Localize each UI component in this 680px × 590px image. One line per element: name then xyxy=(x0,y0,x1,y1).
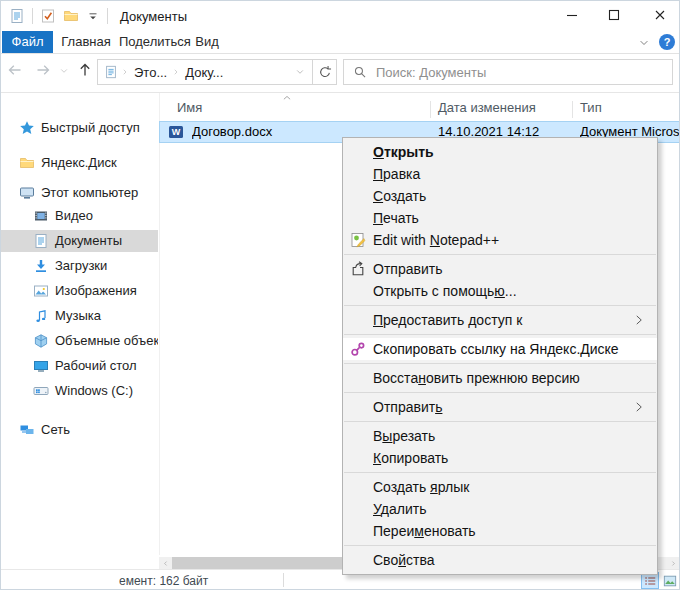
refresh-button[interactable] xyxy=(313,60,336,84)
breadcrumb-this-pc[interactable]: Это... xyxy=(132,65,169,80)
explorer-window-icon xyxy=(9,8,25,24)
up-button[interactable] xyxy=(77,62,93,78)
menu-item-open[interactable]: Открыть xyxy=(343,141,657,163)
menu-separator xyxy=(344,305,656,306)
sort-ascending-icon xyxy=(282,93,292,103)
window-title: Документы xyxy=(120,9,187,24)
titlebar-separator xyxy=(107,8,108,24)
column-header-name[interactable]: Имя xyxy=(177,100,202,115)
menu-item-edit[interactable]: Правка xyxy=(343,163,657,185)
share-icon xyxy=(343,261,373,277)
cube-icon xyxy=(33,333,49,349)
close-button[interactable] xyxy=(643,1,677,29)
context-menu: Открыть Правка Создать Печать Edit with … xyxy=(342,137,658,575)
menu-separator xyxy=(344,392,656,393)
menu-item-new[interactable]: Создать xyxy=(343,185,657,207)
notepad-plus-plus-icon xyxy=(343,232,373,248)
down-arrow-icon xyxy=(33,258,49,274)
tab-share[interactable]: Поделиться xyxy=(119,31,185,53)
sidebar-item-windows-c[interactable]: Windows (C:) xyxy=(1,380,158,402)
back-button[interactable] xyxy=(7,62,23,78)
forward-button[interactable] xyxy=(35,62,51,78)
tab-view[interactable]: Вид xyxy=(189,31,225,53)
sidebar-item-quick-access[interactable]: Быстрый доступ xyxy=(1,117,158,139)
submenu-chevron-icon xyxy=(633,314,645,326)
menu-item-copy-yandex-disk-link[interactable]: Скопировать ссылку на Яндекс.Диске xyxy=(343,338,657,360)
minimize-button[interactable] xyxy=(555,1,589,29)
menu-separator xyxy=(344,545,656,546)
menu-item-give-access-to[interactable]: Предоставить доступ к xyxy=(343,309,657,331)
column-header-type[interactable]: Тип xyxy=(580,100,602,115)
column-divider[interactable] xyxy=(572,101,573,118)
sidebar-item-network[interactable]: Сеть xyxy=(1,419,158,441)
chain-link-icon xyxy=(343,341,373,357)
word-document-icon xyxy=(168,124,188,144)
drive-icon xyxy=(33,383,49,399)
breadcrumb-chevron-icon xyxy=(169,68,183,76)
menu-item-cut[interactable]: Вырезать xyxy=(343,425,657,447)
breadcrumb-chevron-icon xyxy=(118,68,132,76)
menu-item-send-to[interactable]: Отправить xyxy=(343,396,657,418)
menu-item-restore-previous-version[interactable]: Восстановить прежнюю версию xyxy=(343,367,657,389)
address-dropdown-chevron[interactable] xyxy=(295,67,305,77)
status-divider xyxy=(283,573,284,587)
menu-item-create-shortcut[interactable]: Создать ярлык xyxy=(343,476,657,498)
menu-separator xyxy=(344,421,656,422)
sidebar-item-yandex-disk[interactable]: Яндекс.Диск xyxy=(1,152,158,174)
tab-home[interactable]: Главная xyxy=(57,31,115,53)
picture-icon xyxy=(33,283,49,299)
sidebar-item-desktop[interactable]: Рабочий стол xyxy=(1,355,158,377)
sidebar-item-pictures[interactable]: Изображения xyxy=(1,280,158,302)
sidebar-item-documents[interactable]: Документы xyxy=(1,230,158,252)
submenu-chevron-icon xyxy=(633,401,645,413)
search-box[interactable] xyxy=(343,59,673,85)
menu-separator xyxy=(344,254,656,255)
menu-item-rename[interactable]: Переименовать xyxy=(343,520,657,542)
navigation-pane: Быстрый доступ Яндекс.Диск Этот компьюте… xyxy=(1,93,158,555)
monitor-icon xyxy=(33,358,49,374)
help-button[interactable]: ? xyxy=(659,34,675,50)
recent-locations-chevron[interactable] xyxy=(59,66,69,76)
column-divider[interactable] xyxy=(430,101,431,118)
menu-separator xyxy=(344,472,656,473)
column-header-date[interactable]: Дата изменения xyxy=(438,100,536,115)
computer-icon xyxy=(19,185,35,201)
menu-item-copy[interactable]: Копировать xyxy=(343,447,657,469)
scroll-left-arrow[interactable] xyxy=(159,557,171,569)
maximize-button[interactable] xyxy=(597,1,631,29)
scroll-right-arrow[interactable] xyxy=(667,557,679,569)
film-icon xyxy=(33,208,49,224)
menu-item-print[interactable]: Печать xyxy=(343,207,657,229)
qat-properties-button[interactable] xyxy=(40,8,56,24)
navigation-bar: Это... Доку... xyxy=(1,54,679,93)
folder-icon xyxy=(19,155,35,171)
explorer-window: W Документы Файл Главная Поделиться Вид xyxy=(0,0,680,590)
network-icon xyxy=(19,422,35,438)
breadcrumb-documents[interactable]: Доку... xyxy=(183,65,225,80)
menu-item-share[interactable]: Отправить xyxy=(343,258,657,280)
expand-ribbon-chevron-icon[interactable] xyxy=(638,37,650,49)
sidebar-item-3d-objects[interactable]: Объемные объекты xyxy=(1,330,158,352)
titlebar-separator xyxy=(32,8,33,24)
sidebar-item-music[interactable]: Музыка xyxy=(1,305,158,327)
qat-new-folder-button[interactable] xyxy=(63,8,79,24)
menu-item-delete[interactable]: Удалить xyxy=(343,498,657,520)
ribbon-tab-row: Файл Главная Поделиться Вид ? xyxy=(1,31,679,54)
thumbnails-view-button[interactable] xyxy=(661,572,679,589)
tab-file[interactable]: Файл xyxy=(2,31,53,53)
search-input[interactable] xyxy=(374,64,672,81)
selection-info: емент: 162 байт xyxy=(119,574,208,588)
menu-separator xyxy=(344,363,656,364)
column-header-row: Имя Дата изменения Тип xyxy=(160,97,679,121)
menu-item-properties[interactable]: Свойства xyxy=(343,549,657,571)
sidebar-item-this-pc[interactable]: Этот компьютер xyxy=(1,182,158,204)
menu-item-open-with[interactable]: Открыть с помощью... xyxy=(343,280,657,302)
menu-item-edit-with-notepadpp[interactable]: Edit with Notepad++ xyxy=(343,229,657,251)
search-icon xyxy=(353,65,367,79)
address-bar[interactable]: Это... Доку... xyxy=(97,59,337,85)
menu-separator xyxy=(344,334,656,335)
location-document-icon xyxy=(104,65,118,79)
sidebar-item-downloads[interactable]: Загрузки xyxy=(1,255,158,277)
sidebar-item-videos[interactable]: Видео xyxy=(1,205,158,227)
qat-customize-dropdown[interactable] xyxy=(86,9,100,23)
